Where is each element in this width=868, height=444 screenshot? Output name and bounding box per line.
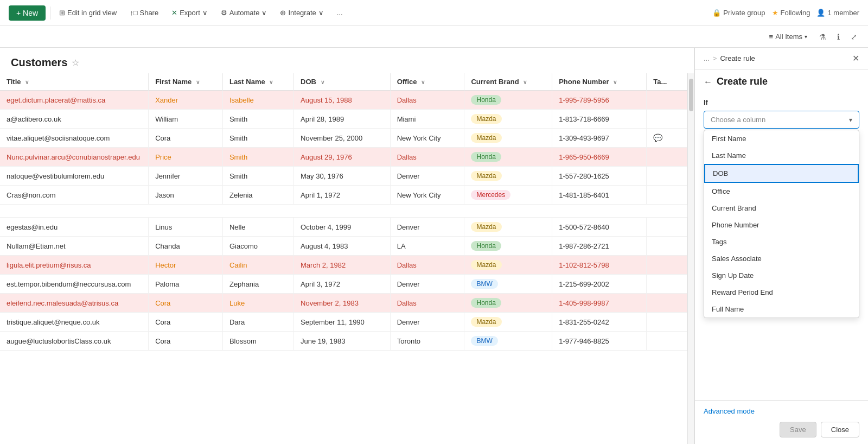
table-row[interactable]: natoque@vestibulumlorem.eduJenniferSmith… [0,167,687,186]
dropdown-item-currentBrand[interactable]: Current Brand [704,200,859,217]
col-office[interactable]: Office ∨ [390,73,464,91]
cell-brand: Mazda [464,256,552,275]
table-spacer-row [0,205,687,218]
vertical-scrollbar[interactable] [687,73,694,444]
cell-phone: 1-309-493-9697 [552,129,647,148]
lastname-sort-icon: ∨ [269,79,273,85]
table-row[interactable]: Nullam@Etiam.netChandaGiacomoAugust 4, 1… [0,237,687,256]
column-dropdown[interactable]: Choose a column ▾ [704,111,859,129]
cell-office: Miami [390,110,464,129]
table-header-row: Title ∨ First Name ∨ Last Name ∨ [0,73,687,91]
table-row[interactable]: ligula.elit.pretium@risus.caHectorCailin… [0,256,687,275]
cell-firstname: Paloma [149,275,223,294]
table-row[interactable]: Cras@non.comJasonZeleniaApril 1, 1972New… [0,186,687,205]
col-brand[interactable]: Current Brand ∨ [464,73,552,91]
dropdown-item-firstName[interactable]: First Name [704,130,859,147]
more-button[interactable]: ... [333,7,347,19]
cell-lastname: Giacomo [222,237,293,256]
breadcrumb-separator: > [713,54,717,62]
cell-office: Denver [390,275,464,294]
cell-office: New York City [390,129,464,148]
edit-grid-button[interactable]: ⊞ Edit in grid view [55,7,121,19]
cell-phone: 1-965-950-6669 [552,148,647,167]
integrate-button[interactable]: ⊕ Integrate ∨ [276,7,328,19]
cell-firstname: Cora [149,294,223,313]
expand-button[interactable]: ⤢ [848,30,859,43]
export-chevron-icon: ∨ [202,9,208,17]
dropdown-item-office[interactable]: Office [704,183,859,200]
cell-firstname: Chanda [149,237,223,256]
top-bar: + New ⊞ Edit in grid view ↑□ Share ✕ Exp… [0,0,868,26]
panel-title: Create rule [717,76,768,87]
info-button[interactable]: ℹ [835,30,842,43]
dropdown-item-fullName[interactable]: Full Name [704,301,859,318]
cell-tags [647,167,687,186]
table-row[interactable]: augue@luctuslobortisClass.co.ukCoraBloss… [0,332,687,351]
dob-sort-icon: ∨ [321,79,324,85]
breadcrumb-dots: ... [704,54,710,62]
table-row[interactable]: est.tempor.bibendum@neccursusa.comPaloma… [0,275,687,294]
col-tags[interactable]: Ta... [647,73,687,91]
col-firstname[interactable]: First Name ∨ [149,73,223,91]
advanced-mode-link[interactable]: Advanced mode [704,407,859,415]
cell-office: Dallas [390,294,464,313]
panel-if-section: If Choose a column ▾ First NameLast Name… [695,92,868,135]
dropdown-item-tags[interactable]: Tags [704,233,859,250]
all-items-button[interactable]: ≡ All Items ▾ [766,30,810,43]
table-row[interactable]: eleifend.nec.malesuada@atrisus.caCoraLuk… [0,294,687,313]
cell-brand: Mazda [464,110,552,129]
share-button[interactable]: ↑□ Share [125,7,163,19]
all-items-chevron-icon: ▾ [805,34,807,40]
scrollbar-thumb[interactable] [689,79,693,111]
cell-lastname: Smith [222,148,293,167]
cell-dob: April 1, 1972 [294,186,391,205]
dropdown-item-phoneNumber[interactable]: Phone Number [704,217,859,233]
table-row[interactable]: a@aclibero.co.ukWilliamSmithApril 28, 19… [0,110,687,129]
office-sort-icon: ∨ [421,79,425,85]
scroll-container: Title ∨ First Name ∨ Last Name ∨ [0,73,694,444]
cell-firstname: Cora [149,129,223,148]
private-group-label: 🔒 Private group [712,9,765,17]
col-title[interactable]: Title ∨ [0,73,149,91]
cell-title: ligula.elit.pretium@risus.ca [0,256,149,275]
bookmark-icon[interactable]: ☆ [72,58,79,68]
export-button[interactable]: ✕ Export ∨ [167,7,212,19]
cell-dob: May 30, 1976 [294,167,391,186]
dropdown-item-signUpDate[interactable]: Sign Up Date [704,267,859,284]
col-lastname[interactable]: Last Name ∨ [222,73,293,91]
automate-button[interactable]: ⚙ Automate ∨ [216,7,272,19]
cell-lastname: Smith [222,167,293,186]
dropdown-item-salesAssociate[interactable]: Sales Associate [704,250,859,267]
customers-table: Title ∨ First Name ∨ Last Name ∨ [0,73,687,351]
cell-tags [647,313,687,332]
back-button[interactable]: ← [704,77,712,87]
dropdown-item-dob[interactable]: DOB [704,164,859,183]
cell-firstname: Cora [149,332,223,351]
cell-office: Denver [390,167,464,186]
table-row[interactable]: eget.dictum.placerat@mattis.caXanderIsab… [0,91,687,110]
table-row[interactable]: Nunc.pulvinar.arcu@conubianostraper.eduP… [0,148,687,167]
cell-dob: August 15, 1988 [294,91,391,110]
filter-button[interactable]: ⚗ [817,30,828,43]
table-row[interactable]: egestas@in.eduLinusNelleOctober 4, 1999D… [0,218,687,237]
cell-phone: 1-102-812-5798 [552,256,647,275]
dropdown-container: Choose a column ▾ First NameLast NameDOB… [704,111,859,129]
dropdown-item-lastName[interactable]: Last Name [704,147,859,164]
person-icon: 👤 [816,9,825,17]
new-button[interactable]: + New [9,5,46,21]
cell-lastname: Nelle [222,218,293,237]
close-button[interactable]: Close [821,422,859,437]
col-dob[interactable]: DOB ∨ [294,73,391,91]
close-panel-button[interactable]: ✕ [852,53,859,64]
share-icon: ↑□ [130,9,137,17]
cell-dob: April 28, 1989 [294,110,391,129]
cell-title: Cras@non.com [0,186,149,205]
col-phone[interactable]: Phone Number ∨ [552,73,647,91]
cell-brand: BMW [464,332,552,351]
following-button[interactable]: ★ Following [772,9,810,17]
cell-tags [647,91,687,110]
integrate-icon: ⊕ [280,9,286,17]
dropdown-item-rewardPeriodEnd[interactable]: Reward Period End [704,284,859,301]
table-row[interactable]: tristique.aliquet@neque.co.ukCoraDaraSep… [0,313,687,332]
table-row[interactable]: vitae.aliquet@sociisnatoque.comCoraSmith… [0,129,687,148]
